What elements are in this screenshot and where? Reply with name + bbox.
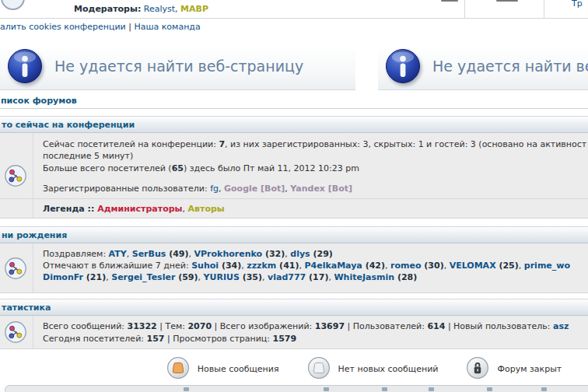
user-link[interactable]: WhiteJasmin	[334, 272, 394, 282]
user-link[interactable]: VELOMAX	[450, 261, 496, 271]
broken-ad-banner-2[interactable]: Не удается найти веб-	[378, 45, 588, 90]
list-separator: ,	[519, 261, 524, 271]
online-section-header: то сейчас на конференции	[0, 116, 588, 133]
list-separator: |	[445, 321, 453, 331]
user-link[interactable]: zzzkm	[247, 261, 276, 271]
broken-ad-banner-1[interactable]: Не удается найти веб-страницу	[0, 45, 355, 90]
user-link[interactable]: SerBus	[132, 249, 166, 259]
user-link[interactable]: Yandex [Bot]	[290, 184, 352, 194]
congrats-label: Поздравляем:	[43, 249, 109, 259]
upcoming-line-2: DimonFr (21), Sergei_Tesler (59), YURIUS…	[43, 271, 417, 283]
legend-new-posts: Новые сообщения	[166, 356, 279, 382]
stat-label: Пользователей:	[353, 321, 428, 331]
list-separator: ,	[198, 272, 204, 282]
age-value: (28)	[394, 272, 417, 282]
legend-label: Легенда ::	[43, 204, 97, 214]
age-value: (49)	[166, 249, 188, 259]
user-link[interactable]: P4elkaMaya	[304, 261, 362, 271]
birthday-icon	[4, 257, 27, 282]
online-count-line-wrap: последние 5 минут)	[43, 150, 133, 162]
last-post-link-partial[interactable]: Тр	[572, 0, 583, 9]
statistics-section-title: татистика	[2, 303, 51, 313]
age-value: (17)	[306, 272, 328, 282]
stat-value-link[interactable]: asz	[553, 321, 569, 331]
user-link[interactable]: Google [Bot]	[224, 184, 285, 194]
stat-value: 1579	[273, 334, 297, 344]
stat-value: 31322	[127, 321, 156, 331]
clipped-glyph	[487, 387, 492, 391]
clipped-post-count	[496, 0, 518, 2]
user-link[interactable]: Sergei_Tesler	[111, 272, 175, 282]
stats-row-2: Сегодня посетителей: 157 | Просмотров ст…	[43, 333, 296, 345]
list-separator: |	[126, 22, 135, 32]
legend-forum-locked-label: Форум закрыт	[497, 364, 562, 374]
list-separator: |	[345, 321, 353, 331]
clipped-glyph	[541, 387, 547, 391]
forum-row: Модераторы: Realyst, МАВР Тр	[0, 0, 588, 19]
user-link[interactable]: Наша команда	[134, 22, 200, 32]
user-link[interactable]: YURIUS	[204, 272, 240, 282]
stat-label: Тем:	[165, 321, 187, 331]
user-link[interactable]: МАВР	[180, 4, 208, 14]
user-link[interactable]: dlys	[290, 249, 310, 259]
legend-divider	[0, 198, 588, 199]
age-value: (35)	[240, 272, 262, 282]
list-separator: |	[212, 321, 220, 331]
forum-folder-icon	[1, 0, 25, 10]
user-link[interactable]: Realyst	[144, 4, 175, 14]
footer-nav-links[interactable]: алить cookies конференции | Наша команда	[0, 22, 201, 32]
user-link[interactable]: ATY	[109, 249, 127, 259]
user-link[interactable]: Администраторы	[97, 204, 182, 214]
stat-label: Новый пользователь:	[453, 321, 553, 331]
clipped-footer-bar	[5, 385, 588, 392]
congrats-line: Поздравляем: ATY, SerBus (49), VProkhore…	[43, 248, 333, 260]
stat-value: 157	[147, 334, 165, 344]
stat-label: Просмотров страниц:	[173, 334, 272, 344]
online-total: 7	[219, 139, 225, 149]
user-link[interactable]: prime_wo	[524, 261, 570, 271]
user-link[interactable]: romeo	[390, 261, 421, 271]
age-value: (21)	[83, 272, 106, 282]
icon-column-divider	[33, 316, 33, 348]
list-separator: ,	[183, 204, 188, 214]
online-section-title: то сейчас на конференции	[2, 120, 135, 130]
icon-column-divider	[33, 133, 33, 218]
age-value: (25)	[496, 261, 519, 271]
user-link[interactable]: DimonFr	[43, 272, 83, 282]
legend-groups-list: Администраторы, Авторы	[97, 204, 225, 214]
user-link[interactable]: vlad777	[268, 272, 306, 282]
list-separator: |	[164, 334, 173, 344]
age-value: (34)	[219, 261, 241, 271]
record-text: Больше всего посетителей (	[43, 163, 172, 173]
age-value: (29)	[310, 249, 333, 259]
moderators-line: Модераторы: Realyst, МАВР	[74, 4, 208, 14]
list-separator: ,	[444, 261, 450, 271]
registered-label: Зарегистрированные пользователи:	[43, 184, 210, 194]
online-count-text: , из них зарегистрированных: 3, скрытых:…	[225, 139, 586, 149]
age-value: (42)	[362, 261, 385, 271]
stat-label: Всего изображений:	[220, 321, 315, 331]
stat-label: Всего сообщений:	[43, 321, 127, 331]
clipped-glyph	[382, 387, 387, 391]
list-separator: ,	[127, 249, 132, 259]
birthdays-section-title: ни рождения	[2, 230, 67, 240]
online-count-text: Сейчас посетителей на конференции:	[43, 139, 219, 149]
user-link[interactable]: Авторы	[188, 204, 225, 214]
forum-list-link[interactable]: писок форумов	[1, 96, 77, 106]
moderators-label: Модераторы:	[74, 4, 141, 14]
forum-page: Модераторы: Realyst, МАВР Тр алить cooki…	[0, 0, 588, 392]
user-link[interactable]: VProkhorenko	[194, 249, 263, 259]
column-divider	[464, 0, 465, 18]
column-divider	[544, 0, 544, 18]
legend-no-new-posts: Нет новых сообщений	[307, 356, 439, 382]
user-link[interactable]: Suhoi	[191, 261, 219, 271]
clipped-glyph	[429, 387, 434, 391]
legend-line: Легенда :: Администраторы, Авторы	[43, 203, 225, 215]
age-value: (59)	[175, 272, 198, 282]
list-separator: |	[157, 321, 166, 331]
user-link[interactable]: fg	[210, 184, 219, 194]
lock-icon	[466, 356, 489, 382]
legend-forum-locked: Форум закрыт	[466, 356, 562, 382]
user-link[interactable]: алить cookies конференции	[0, 22, 126, 32]
info-icon	[7, 48, 43, 86]
